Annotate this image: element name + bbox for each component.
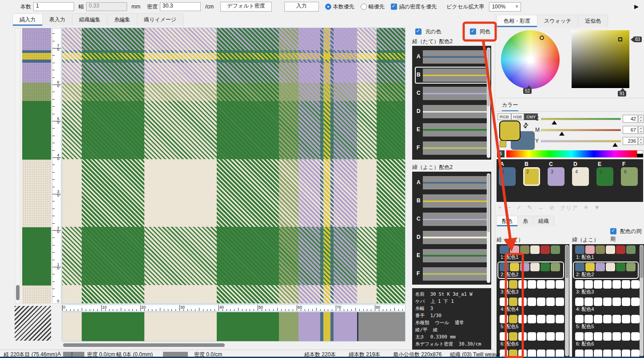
tool-edit-icon[interactable]: ✎ — [527, 204, 532, 212]
color-wheel-marker[interactable] — [540, 36, 544, 40]
mode-hsb[interactable]: HSB — [511, 113, 525, 120]
palette-swatch-D[interactable]: 4 — [572, 167, 589, 186]
colorway-row-2[interactable]: 2: 配色2 — [497, 261, 564, 279]
stripe-density-checkbox[interactable] — [391, 4, 397, 10]
main-tab-4[interactable]: 糸編集 — [107, 13, 137, 26]
colorway-swatch[interactable] — [606, 263, 615, 271]
thread-row-A[interactable]: A — [415, 174, 489, 191]
colorway-swatch[interactable] — [606, 245, 615, 254]
thread-row-B[interactable]: B — [415, 67, 489, 84]
width-priority-radio[interactable] — [361, 4, 367, 10]
vertical-scrollbar-thumb[interactable] — [16, 285, 20, 300]
colorway-swatch[interactable] — [626, 245, 636, 254]
colorway-swatch[interactable] — [530, 245, 540, 254]
colorway-swatch[interactable] — [537, 315, 545, 323]
colorway-row-6[interactable]: 6: 配色6 — [573, 331, 639, 348]
colorway-swatch[interactable] — [537, 280, 545, 289]
colorway-row-2[interactable]: 2: 配色2 — [573, 261, 639, 279]
slider-track-y[interactable] — [541, 140, 621, 142]
colorway-swatch[interactable] — [584, 332, 593, 341]
colorway-swatch[interactable] — [626, 263, 636, 271]
colorway-row-5[interactable]: 5: 配色5 — [497, 314, 564, 331]
count-input[interactable]: 1 — [33, 2, 74, 11]
colorway-swatch[interactable] — [612, 332, 621, 341]
tool-swap-icon[interactable]: ↔ — [538, 204, 544, 212]
colorway-row-1[interactable]: 1: 配色1 — [497, 244, 564, 261]
colorway-swatch[interactable] — [509, 298, 517, 306]
color-tab[interactable]: カラー — [502, 101, 518, 111]
colorway-swatch[interactable] — [520, 263, 529, 271]
colorway-swatch[interactable] — [596, 263, 605, 271]
colorway-swatch[interactable] — [616, 263, 625, 271]
thread-swatch-C[interactable] — [423, 213, 488, 226]
colorway-swatch[interactable] — [500, 298, 508, 306]
palette-swatch-F[interactable]: 6 — [621, 167, 638, 186]
colorway-swatch[interactable] — [509, 315, 517, 323]
color-tab-2[interactable]: スウォッチ — [537, 15, 578, 27]
thread-row-A[interactable]: A — [415, 48, 489, 65]
slider-spinner-m[interactable]: ▲ ▼ — [638, 126, 644, 134]
colorway-swatch[interactable] — [546, 315, 555, 323]
colorway-swatch[interactable] — [528, 280, 536, 289]
colorway-swatch[interactable] — [528, 332, 536, 341]
colorway-swatch[interactable] — [575, 298, 584, 306]
colorway-swatch[interactable] — [551, 245, 560, 254]
colorway-tab-3[interactable]: 組織 — [533, 216, 554, 226]
thread-swatch-C[interactable] — [423, 87, 488, 100]
colorway-tab-2[interactable]: 糸 — [518, 216, 533, 226]
thread-swatch-D[interactable] — [423, 231, 488, 244]
colorway-row-1[interactable]: 1: 配色1 — [573, 244, 639, 261]
main-tab-3[interactable]: 組織編集 — [72, 13, 107, 26]
colorway-swatch[interactable] — [631, 298, 640, 306]
thread-swatch-A[interactable] — [423, 50, 488, 64]
colorway-swatch[interactable] — [575, 315, 584, 323]
colorway-swatch[interactable] — [575, 332, 584, 341]
colorway-swatch[interactable] — [556, 298, 564, 306]
thread-row-E[interactable]: E — [415, 247, 489, 264]
colorway-tab-1[interactable]: 配色 — [497, 216, 518, 226]
colorway-swatch[interactable] — [518, 298, 527, 306]
pixel-zoom-select[interactable]: 100% — [489, 2, 521, 12]
warp-stripe-strip[interactable] — [62, 312, 405, 342]
foreground-color-swatch[interactable] — [499, 121, 521, 141]
colorway-swatch[interactable] — [541, 245, 550, 254]
weave-preview[interactable] — [62, 28, 405, 304]
palette-swatch-C[interactable]: 3 — [548, 167, 564, 186]
slider-track-m[interactable] — [541, 129, 621, 131]
main-tab-5[interactable]: 織りイメージ — [137, 13, 183, 26]
colorway-swatch[interactable] — [585, 245, 595, 254]
tool-disable-icon[interactable]: ⊘ — [549, 204, 554, 212]
colorway-swatch[interactable] — [622, 280, 630, 289]
palette-swatch-E[interactable]: 5 — [596, 167, 613, 186]
palette-swatch-A[interactable]: 1 — [499, 167, 516, 186]
tool-apply-icon[interactable]: ✓ — [517, 204, 521, 212]
thread-swatch-B[interactable] — [423, 194, 488, 208]
thread-swatch-D[interactable] — [423, 105, 488, 118]
thread-swatch-F[interactable] — [423, 141, 488, 155]
slider-marker-y[interactable] — [612, 143, 618, 147]
colorway-swatch[interactable] — [594, 315, 602, 323]
thread-row-F[interactable]: F — [415, 140, 489, 157]
colorway-swatch[interactable] — [518, 315, 527, 323]
colorway-swatch[interactable] — [584, 315, 593, 323]
thread-swatch-A[interactable] — [423, 176, 488, 189]
tool-menu-icon[interactable]: ▼ — [594, 204, 600, 212]
colorway-swatch[interactable] — [584, 298, 593, 306]
colorway-swatch[interactable] — [530, 263, 540, 271]
same-color-checkbox[interactable] — [470, 28, 476, 35]
colorway-swatch[interactable] — [509, 332, 517, 341]
colorway-row-4[interactable]: 4: 配色4 — [573, 296, 639, 314]
colorway-swatch[interactable] — [622, 315, 630, 323]
thread-row-C[interactable]: C — [415, 211, 489, 228]
swap-colors-icon[interactable]: ⇄ — [521, 121, 530, 130]
color-tab-3[interactable]: 近似色 — [578, 15, 608, 27]
thread-row-F[interactable]: F — [415, 265, 489, 282]
colorway-swatch[interactable] — [546, 298, 555, 306]
colorway-swatch[interactable] — [541, 263, 550, 271]
count-priority-radio[interactable] — [325, 4, 331, 10]
thread-swatch-F[interactable] — [423, 267, 488, 281]
thread-swatch-E[interactable] — [423, 123, 488, 137]
colorway-swatch[interactable] — [500, 332, 508, 341]
colorway-swatch[interactable] — [575, 245, 584, 254]
colorway-row-5[interactable]: 5: 配色5 — [573, 314, 639, 331]
